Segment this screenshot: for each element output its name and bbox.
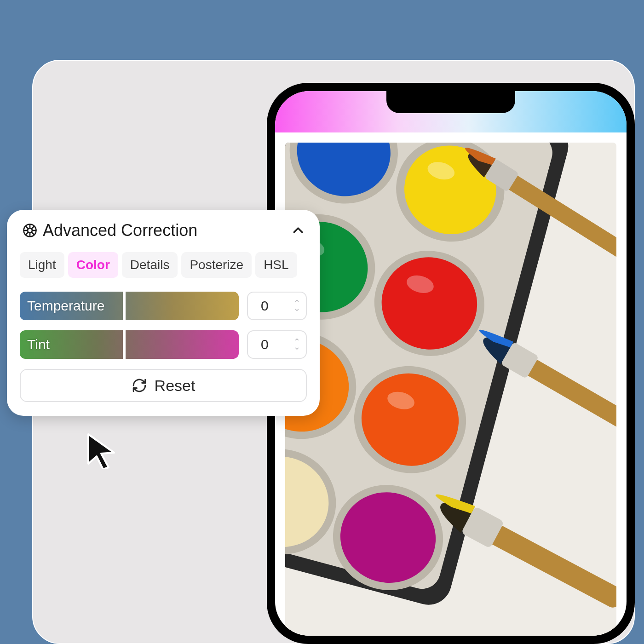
tab-color[interactable]: Color	[68, 252, 118, 278]
phone-notch	[386, 91, 515, 113]
advanced-correction-panel: Advanced Correction Light Color Details …	[7, 210, 320, 416]
temperature-value: 0	[261, 298, 269, 314]
phone-screen	[275, 91, 627, 636]
tab-light[interactable]: Light	[20, 252, 64, 278]
tab-details[interactable]: Details	[122, 252, 178, 278]
temperature-value-input[interactable]: 0 ⌃ ⌄	[247, 292, 307, 320]
temperature-label: Temperature	[27, 298, 104, 314]
phone-frame	[267, 83, 635, 644]
panel-title: Advanced Correction	[43, 221, 287, 240]
temperature-stepper[interactable]: ⌃ ⌄	[293, 301, 300, 310]
reset-label: Reset	[155, 377, 196, 395]
svg-line-37	[25, 226, 28, 229]
correction-tabs: Light Color Details Posterize HSL	[20, 252, 307, 278]
temperature-slider-handle[interactable]	[123, 292, 126, 320]
tint-slider-handle[interactable]	[123, 330, 126, 359]
cursor-icon	[83, 432, 120, 469]
tab-hsl[interactable]: HSL	[255, 252, 297, 278]
tint-label: Tint	[27, 337, 50, 352]
reset-icon	[132, 378, 147, 393]
phone-content	[275, 132, 627, 636]
tab-posterize[interactable]: Posterize	[181, 252, 252, 278]
stepper-down-icon[interactable]: ⌄	[293, 345, 300, 349]
color-wheel-icon	[22, 222, 38, 239]
stepper-down-icon[interactable]: ⌄	[293, 306, 300, 310]
tint-value: 0	[261, 337, 269, 352]
panel-header[interactable]: Advanced Correction	[20, 221, 307, 240]
svg-line-39	[32, 226, 34, 229]
reset-button[interactable]: Reset	[20, 369, 307, 402]
svg-line-40	[25, 232, 28, 235]
svg-line-38	[32, 232, 34, 235]
temperature-row: Temperature 0 ⌃ ⌄	[20, 292, 307, 320]
svg-point-32	[28, 228, 32, 233]
edited-photo	[285, 143, 616, 636]
tint-row: Tint 0 ⌃ ⌄	[20, 330, 307, 359]
temperature-slider[interactable]: Temperature	[20, 292, 239, 320]
tint-value-input[interactable]: 0 ⌃ ⌄	[247, 330, 307, 359]
tint-slider[interactable]: Tint	[20, 330, 239, 359]
chevron-up-icon[interactable]	[291, 224, 305, 237]
tint-stepper[interactable]: ⌃ ⌄	[293, 340, 300, 349]
